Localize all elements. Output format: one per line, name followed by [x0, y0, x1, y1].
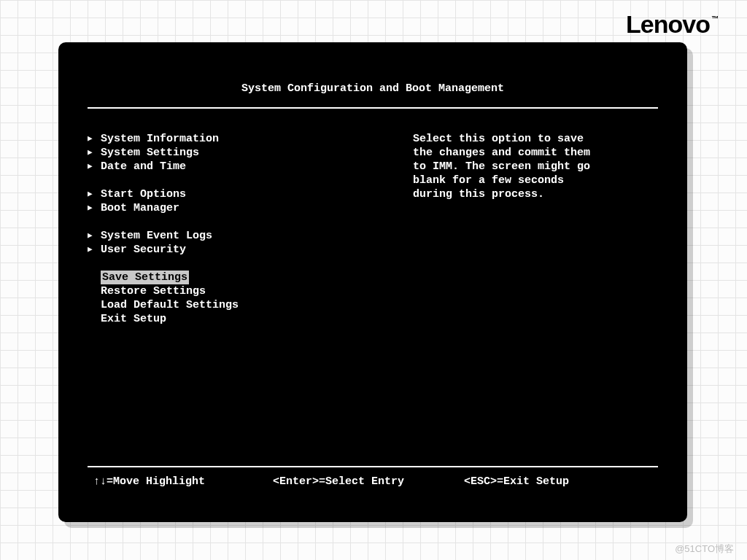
submenu-arrow-icon: ▶ [88, 160, 101, 174]
menu-item-boot-manager[interactable]: ▶Boot Manager [88, 201, 407, 215]
menu-item-exit-setup[interactable]: Exit Setup [88, 312, 407, 326]
menu-item-label: Load Default Settings [101, 298, 239, 312]
menu-group: ▶System Information▶System Settings▶Date… [88, 132, 407, 174]
menu-item-save-settings[interactable]: Save Settings [88, 271, 407, 284]
menu-item-system-information[interactable]: ▶System Information [88, 132, 407, 146]
menu-list[interactable]: ▶System Information▶System Settings▶Date… [88, 132, 407, 422]
hint-move: ↑↓=Move Highlight [93, 475, 273, 489]
menu-item-label: Restore Settings [101, 284, 206, 298]
brand-logo: Lenovo™ [626, 10, 716, 39]
watermark: @51CTO博客 [675, 542, 734, 556]
menu-item-start-options[interactable]: ▶Start Options [88, 187, 407, 201]
menu-item-system-settings[interactable]: ▶System Settings [88, 146, 407, 160]
submenu-arrow-icon: ▶ [88, 187, 101, 201]
menu-item-label: Start Options [101, 187, 186, 201]
menu-item-label: System Information [101, 132, 219, 146]
help-text: Select this option to save the changes a… [407, 132, 658, 422]
menu-item-label: User Security [101, 243, 186, 257]
menu-item-user-security[interactable]: ▶User Security [88, 243, 407, 257]
submenu-arrow-icon: ▶ [88, 229, 101, 243]
menu-group: Save SettingsRestore SettingsLoad Defaul… [88, 271, 407, 326]
menu-item-label: Exit Setup [101, 312, 166, 326]
menu-group: ▶System Event Logs▶User Security [88, 229, 407, 257]
bios-panel: System Configuration and Boot Management… [58, 42, 687, 522]
menu-item-date-and-time[interactable]: ▶Date and Time [88, 160, 407, 174]
menu-item-label: System Settings [101, 146, 199, 160]
menu-item-system-event-logs[interactable]: ▶System Event Logs [88, 229, 407, 243]
menu-group: ▶Start Options▶Boot Manager [88, 187, 407, 215]
brand-tm: ™ [711, 15, 718, 23]
menu-item-label: System Event Logs [101, 229, 212, 243]
brand-text: Lenovo [626, 10, 710, 38]
menu-item-load-default-settings[interactable]: Load Default Settings [88, 298, 407, 312]
hint-select: <Enter>=Select Entry [273, 475, 464, 489]
hint-exit: <ESC>=Exit Setup [464, 475, 652, 489]
footer: ↑↓=Move Highlight <Enter>=Select Entry <… [88, 466, 658, 489]
menu-item-label: Date and Time [101, 160, 186, 174]
menu-item-label: Save Settings [101, 271, 189, 284]
page-title: System Configuration and Boot Management [58, 42, 687, 103]
submenu-arrow-icon: ▶ [88, 201, 101, 215]
content-area: ▶System Information▶System Settings▶Date… [58, 109, 687, 422]
submenu-arrow-icon: ▶ [88, 132, 101, 146]
menu-item-label: Boot Manager [101, 201, 179, 215]
submenu-arrow-icon: ▶ [88, 146, 101, 160]
menu-item-restore-settings[interactable]: Restore Settings [88, 284, 407, 298]
submenu-arrow-icon: ▶ [88, 243, 101, 257]
